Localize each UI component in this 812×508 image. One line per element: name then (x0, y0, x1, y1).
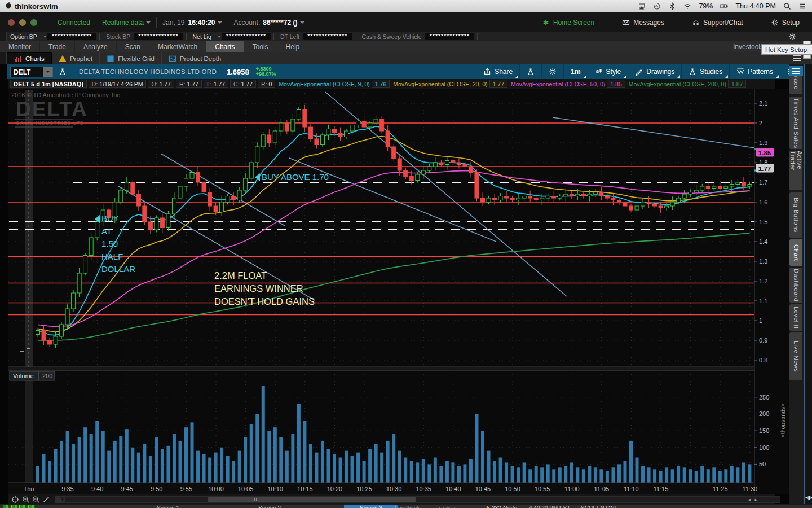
rail-tab-live-news[interactable]: Live News (789, 332, 802, 380)
chart-toolbar-1m-button[interactable]: 1m (563, 64, 587, 79)
home-screen-button[interactable]: Home Screen (534, 19, 602, 27)
messages-button[interactable]: Messages (614, 19, 672, 27)
spotlight-icon[interactable] (783, 2, 791, 10)
rail-tab-big-buttons[interactable]: Big Buttons (789, 192, 802, 238)
nav-tab-trade[interactable]: Trade (40, 41, 75, 52)
minimize-window-button[interactable] (19, 19, 26, 26)
subtab-prophet[interactable]: Prophet (52, 52, 100, 64)
wifi-icon[interactable] (683, 2, 691, 10)
taskbar-workspace-name[interactable]: SCREEN ONE (581, 505, 618, 508)
symbol-dropdown-button[interactable] (43, 67, 52, 77)
nav-tab-marketwatch[interactable]: MarketWatch (149, 41, 206, 52)
account-selector[interactable]: 86*****72 () (263, 19, 297, 27)
nav-tab-monitor[interactable]: Monitor (0, 41, 40, 52)
line-tool-icon[interactable] (42, 496, 50, 503)
candle (279, 123, 283, 131)
taskbar-feedback-button[interactable]: Feedback (395, 505, 420, 508)
rail-tab-chart[interactable]: Chart (789, 239, 802, 266)
setup-button[interactable]: Setup (763, 19, 807, 27)
notification-center-icon[interactable] (798, 2, 806, 10)
settings-gear-icon[interactable] (788, 33, 796, 41)
rail-tab-dashboard[interactable]: Dashboard (789, 268, 802, 303)
nav-tab-scan[interactable]: Scan (117, 41, 149, 52)
volume-bar (161, 449, 164, 483)
candle (220, 202, 224, 212)
scroll-left-arrow[interactable]: ◂ (748, 497, 751, 502)
study-label[interactable]: MovAvgExponential (CLOSE, 200, 0) (629, 81, 726, 87)
chart-toolbar-flask-button[interactable] (519, 64, 541, 79)
study-label[interactable]: MovAvgExponential (CLOSE, 50, 0) (511, 81, 605, 87)
nav-tab-tools[interactable]: Tools (244, 41, 277, 52)
subtab-charts[interactable]: Charts (7, 52, 52, 64)
subtab-flexible-grid[interactable]: Flexible Grid (100, 52, 162, 64)
close-window-button[interactable] (8, 19, 15, 26)
time-machine-icon[interactable] (653, 2, 661, 10)
candle (629, 206, 633, 210)
candle (593, 192, 597, 195)
grid-layout-menu-icon[interactable] (793, 55, 801, 62)
chart-toolbar-style-button[interactable]: Style (588, 64, 628, 79)
chart-toolbar-share-button[interactable]: Share (476, 64, 519, 79)
collapsed-panel-strip[interactable] (805, 64, 812, 504)
zoom-window-button[interactable] (30, 19, 37, 26)
chart-toolbar-patterns-button[interactable]: Patterns (729, 64, 780, 79)
sidebar-collapse-strip[interactable] (0, 32, 7, 41)
taskbar-tool-icons[interactable]: ▤ ✕ ▲ ＋ (439, 505, 465, 508)
volume-bar (125, 429, 129, 483)
taskbar-app-cluster[interactable] (3, 505, 35, 508)
bluetooth-icon[interactable] (668, 2, 676, 10)
candle (623, 202, 627, 206)
candle (48, 340, 52, 344)
chart-toolbar-drawings-button[interactable]: Drawings (628, 64, 681, 79)
chart-h-scrollbar[interactable] (64, 496, 780, 503)
volume-bar (380, 453, 383, 483)
candle (232, 196, 236, 200)
taskbar-screen-button[interactable]: Screen 3 (344, 505, 398, 508)
time-axis-label: 10:30 (386, 485, 402, 492)
apple-menu-icon[interactable] (5, 2, 12, 10)
nav-tab-charts[interactable]: Charts (206, 41, 244, 52)
volume-axis-label: 200 (759, 410, 769, 417)
candle (303, 110, 307, 128)
menubar-clock[interactable]: Thu 4:40 PM (735, 2, 776, 10)
taskbar-screen-button[interactable]: Screen 1 (141, 505, 195, 508)
study-label[interactable]: MovAvgExponential (CLOSE, 9, 0) (279, 81, 369, 87)
support-chat-button[interactable]: Support/Chat (684, 19, 751, 27)
realtime-data-selector[interactable]: Realtime data (102, 19, 151, 27)
zoom-in-icon[interactable] (22, 496, 30, 503)
zoom-out-icon[interactable] (32, 496, 40, 503)
volume-bar (321, 441, 324, 483)
scroll-right-arrow[interactable]: ▸ (754, 497, 757, 502)
candle (315, 139, 319, 145)
crosshair-tool-icon[interactable] (11, 496, 19, 503)
symbol-value[interactable]: DELT (11, 67, 43, 77)
rail-tab-level-ii[interactable]: Level II (789, 304, 802, 331)
active-grid-menu-button[interactable] (789, 66, 803, 76)
chart-toolbar-studies-button[interactable]: Studies (681, 64, 729, 79)
menubar-app-name[interactable]: thinkorswim (15, 2, 58, 11)
symbol-input[interactable]: DELT (10, 67, 53, 77)
candle (345, 131, 348, 137)
taskbar-alerts[interactable]: 232 Alerts (484, 505, 517, 508)
rail-tab-times-and-sales[interactable]: Times And Sales (789, 97, 802, 149)
taskbar-screen-button[interactable]: Screen 2 (242, 505, 297, 508)
volume-bar (166, 446, 170, 483)
volume-bar (83, 427, 87, 483)
investools-link[interactable]: Investools (733, 43, 764, 51)
taskbar-clock[interactable]: 4:40:20 PM EST (529, 505, 570, 508)
analyze-flask-icon[interactable] (59, 68, 67, 76)
rail-tab-active-trader[interactable]: Active Trader (789, 151, 802, 190)
panel-splitter-icon[interactable]: ◂▮▸ (805, 494, 812, 500)
nav-tab-help[interactable]: Help (277, 41, 309, 52)
scrollbar-thumb[interactable] (208, 497, 416, 502)
time-axis-label: 10:45 (475, 485, 491, 492)
chart-toolbar-gear-button[interactable] (541, 64, 563, 79)
subtab-product-depth[interactable]: Product Depth (162, 52, 229, 64)
study-label[interactable]: MovAvgExponential (CLOSE, 20, 0) (393, 81, 487, 87)
volume-bar (445, 461, 449, 483)
airplay-icon[interactable] (638, 2, 646, 10)
price-chart-canvas[interactable]: 2016 © TD Ameritrade IP Company, Inc.DEL… (8, 89, 789, 494)
volume-bar (695, 471, 698, 483)
nav-tab-analyze[interactable]: Analyze (75, 41, 117, 52)
volume-bar (95, 421, 99, 483)
